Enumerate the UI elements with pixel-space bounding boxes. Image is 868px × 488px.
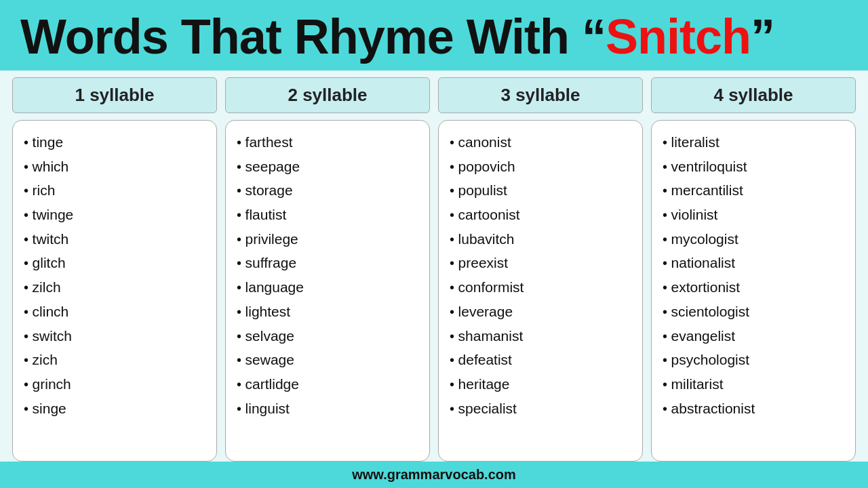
list-item: sewage (237, 348, 418, 372)
list-item: violinist (663, 203, 844, 227)
list-item: literalist (663, 130, 844, 155)
word-lists: tingewhichrichtwingetwitchglitchzilchcli… (12, 120, 856, 462)
list-item: cartlidge (237, 372, 418, 396)
list-item: glitch (24, 251, 205, 275)
list-item: militarist (663, 372, 844, 396)
list-item: storage (237, 178, 418, 203)
word-box-3: canonistpopovichpopulistcartoonistlubavi… (438, 120, 643, 462)
list-item: lubavitch (450, 227, 631, 251)
list-item: ventriloquist (663, 155, 844, 179)
list-item: psychologist (663, 348, 844, 372)
list-item: tinge (24, 130, 205, 155)
list-item: defeatist (450, 348, 631, 372)
list-item: singe (24, 396, 205, 421)
word-box-2: farthestseepagestorageflautistprivileges… (225, 120, 430, 462)
list-item: specialist (450, 396, 631, 421)
footer-url: www.grammarvocab.com (352, 467, 516, 482)
list-item: language (237, 275, 418, 300)
list-item: leverage (450, 300, 631, 324)
col-header-1: 1 syllable (12, 77, 217, 113)
list-item: twitch (24, 227, 205, 251)
list-item: clinch (24, 300, 205, 324)
list-item: zich (24, 348, 205, 372)
list-item: flautist (237, 203, 418, 227)
list-item: extortionist (663, 275, 844, 300)
list-item: nationalist (663, 251, 844, 275)
list-item: preexist (450, 251, 631, 275)
list-item: privilege (237, 227, 418, 251)
list-item: mercantilist (663, 178, 844, 203)
col-header-4: 4 syllable (651, 77, 856, 113)
col-header-3: 3 syllable (438, 77, 643, 113)
list-item: farthest (237, 130, 418, 155)
list-item: heritage (450, 372, 631, 396)
list-item: mycologist (663, 227, 844, 251)
list-item: abstractionist (663, 396, 844, 421)
list-item: seepage (237, 155, 418, 179)
header: Words That Rhyme With “Snitch” (0, 0, 868, 70)
page-title: Words That Rhyme With “Snitch” (20, 12, 848, 61)
title-highlight: Snitch (606, 9, 751, 64)
list-item: populist (450, 178, 631, 203)
list-item: twinge (24, 203, 205, 227)
list-item: which (24, 155, 205, 179)
title-suffix: ” (751, 9, 774, 64)
main-content: 1 syllable2 syllable3 syllable4 syllable… (0, 70, 868, 462)
list-item: linguist (237, 396, 418, 421)
col-header-2: 2 syllable (225, 77, 430, 113)
list-item: conformist (450, 275, 631, 300)
list-item: lightest (237, 300, 418, 324)
list-item: canonist (450, 130, 631, 155)
word-box-4: literalistventriloquistmercantilistvioli… (651, 120, 856, 462)
list-item: zilch (24, 275, 205, 300)
list-item: selvage (237, 324, 418, 348)
title-prefix: Words That Rhyme With “ (20, 9, 606, 64)
list-item: suffrage (237, 251, 418, 275)
column-headers: 1 syllable2 syllable3 syllable4 syllable (12, 77, 856, 113)
list-item: grinch (24, 372, 205, 396)
list-item: switch (24, 324, 205, 348)
list-item: rich (24, 178, 205, 203)
list-item: popovich (450, 155, 631, 179)
list-item: cartoonist (450, 203, 631, 227)
word-box-1: tingewhichrichtwingetwitchglitchzilchcli… (12, 120, 217, 462)
footer: www.grammarvocab.com (0, 462, 868, 488)
list-item: shamanist (450, 324, 631, 348)
list-item: scientologist (663, 300, 844, 324)
list-item: evangelist (663, 324, 844, 348)
